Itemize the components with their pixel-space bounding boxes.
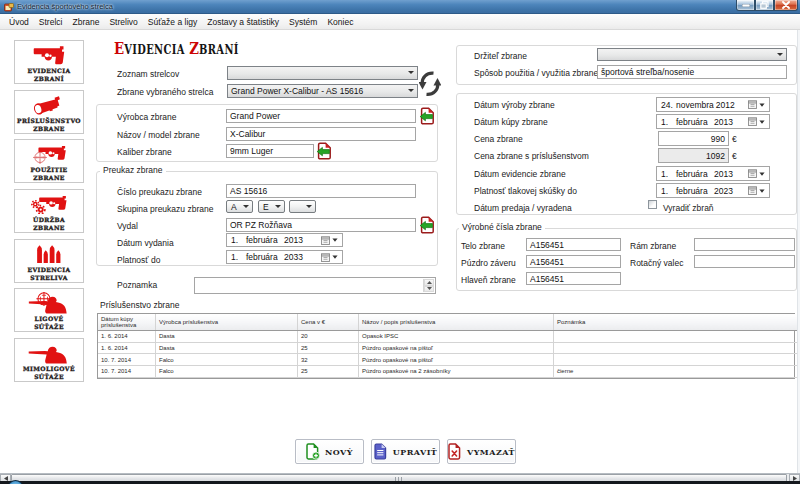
chevron-down-icon <box>777 53 783 56</box>
column-header[interactable]: Výrobca príslušenstva <box>156 314 298 331</box>
accessories-table[interactable]: Dátum kúpypríslušenstvaVýrobca príslušen… <box>97 313 795 379</box>
poznamka-input[interactable] <box>194 277 436 294</box>
table-row[interactable]: 1. 6. 2014Dasta20Opasok IPSC <box>98 331 800 343</box>
ram-input[interactable] <box>694 238 795 251</box>
close-button[interactable] <box>774 0 798 11</box>
column-header[interactable]: Názov / popis príslušenstva <box>359 314 554 331</box>
column-header[interactable]: Dátum kúpypríslušenstva <box>98 314 156 331</box>
datum-vyroby-label: Dátum výroby zbrane <box>474 100 555 110</box>
edit-button[interactable]: UPRAVIŤ <box>371 439 440 464</box>
table-cell: 10. 7. 2014 <box>98 354 156 366</box>
menu-strelci[interactable]: Strelci <box>34 16 68 28</box>
sidebar-item-label: EVIDENCIASTRELIVA <box>15 266 83 281</box>
table-cell <box>554 342 800 354</box>
datum-kupy-picker[interactable]: 1.februára2013 <box>656 114 770 129</box>
datum-vydania-picker[interactable]: 1.februára2013 <box>226 233 343 247</box>
vydal-input[interactable]: OR PZ Rožňava <box>226 218 416 232</box>
evidencia-evidencia-y-text: 2013 <box>714 169 733 179</box>
poznamka-spinner[interactable] <box>423 279 434 292</box>
minimize-button[interactable] <box>736 0 755 11</box>
column-header[interactable]: Cena v € <box>298 314 359 331</box>
menu-strelivo[interactable]: Strelivo <box>104 16 142 28</box>
buttons-delete-text: VYMAZAŤ <box>467 447 515 457</box>
selector-zbrane-value-text: Grand Power X-Calibur - AS 15616 <box>231 86 363 96</box>
preukaz-platnost-m-text: februára <box>246 252 282 262</box>
menu-uvod[interactable]: Úvod <box>4 16 34 28</box>
pistol-crosshair-icon <box>15 143 83 165</box>
cena-prisl-label: Cena zbrane s príslušenstvom <box>474 151 589 161</box>
cislo-preukazu-input[interactable]: AS 15616 <box>226 184 416 198</box>
poznamka-label: Poznamka <box>117 280 157 290</box>
new-button[interactable]: NOVÝ <box>295 439 364 464</box>
menu-koniec[interactable]: Koniec <box>322 16 358 28</box>
preukaz-skupina-values-0-text: A <box>231 202 237 212</box>
skupina-select-2[interactable]: E <box>258 200 285 213</box>
hlaven-label: Hlaveň zbrane <box>461 275 516 285</box>
vyradit-checkbox[interactable] <box>648 200 657 209</box>
heading-w1-initial-text: E <box>114 38 124 58</box>
skupina-select-1[interactable]: A <box>226 200 253 213</box>
zoznam-strelcov-select[interactable] <box>227 66 418 80</box>
datum-vyroby-picker[interactable]: 24.novembra2012 <box>656 97 770 112</box>
menu-system[interactable]: Systém <box>284 16 322 28</box>
sidebar-items-6-line1-text: MIMOLIGOVÉ <box>15 365 83 373</box>
skupina-select-3[interactable] <box>289 200 316 213</box>
evidencia-kupa-y-text: 2013 <box>714 117 733 127</box>
evidencia-kupa-m-text: februára <box>676 117 712 127</box>
accessories-title: Príslušenstvo zbrane <box>100 300 179 310</box>
telo-label: Telo zbrane <box>461 241 505 251</box>
platnost-do-label: Platnosť do <box>117 255 160 265</box>
import-icon[interactable] <box>420 216 435 234</box>
sidebar-items-5-line1-text: LIGOVÉ <box>15 315 83 323</box>
telo-input[interactable]: A156451 <box>526 238 621 251</box>
cena-input[interactable]: 990 <box>658 131 729 146</box>
kaliber-input[interactable]: 9mm Luger <box>226 144 314 158</box>
table-row[interactable]: 1. 6. 2014Dasta25Púzdro opaskové na pišt… <box>98 342 800 354</box>
sidebar-item-evidencia-streliva[interactable]: EVIDENCIASTRELIVA <box>14 239 84 283</box>
platnost-do-picker[interactable]: 1.februára2033 <box>226 250 343 264</box>
refresh-icon[interactable] <box>419 71 441 97</box>
zoznam-strelcov-label: Zoznam strelcov <box>117 69 179 79</box>
heading-w1-rest-text: VIDENCIA <box>124 42 185 57</box>
import-icon[interactable] <box>317 142 332 160</box>
calendar-icon <box>748 117 765 126</box>
menu-zbrane[interactable]: Zbrane <box>67 16 104 28</box>
column-header[interactable]: Poznámka <box>554 314 800 331</box>
app-icon <box>4 3 14 12</box>
nazov-input[interactable]: X-Calibur <box>226 127 416 141</box>
evidencia-vyroba-y-text: 2012 <box>716 100 735 110</box>
platnost-tlakovej-picker[interactable]: 1.februára2023 <box>656 183 770 198</box>
chevron-down-icon <box>306 205 312 208</box>
table-row[interactable]: 10. 7. 2014Falco25Púzdro opaskové na 2 z… <box>98 366 800 378</box>
sidebar-item-pouzitie-zbrane[interactable]: POUŽITIEZBRANE <box>14 139 84 183</box>
table-cell: Dasta <box>156 331 298 343</box>
sidebar-item-ligove-sutaze[interactable]: LIGOVÉSÚŤAŽE <box>14 288 84 332</box>
menu-sutaze-a-ligy[interactable]: Súťaže a ligy <box>143 16 203 28</box>
restore-button[interactable] <box>755 0 774 11</box>
table-row[interactable]: 10. 7. 2014Falco32Púzdro opaskové na piš… <box>98 354 800 366</box>
hlaven-input[interactable]: A156451 <box>526 272 621 285</box>
flashlight-icon <box>15 94 83 116</box>
sidebar-item-mimoligove-sutaze[interactable]: MIMOLIGOVÉSÚŤAŽE <box>14 338 84 382</box>
buttons-edit-text: UPRAVIŤ <box>393 447 438 457</box>
sidebar-item-udrzba-zbrane[interactable]: ÚDRŽBAZBRANE <box>14 189 84 233</box>
cislo-preukazu-label: Číslo preukazu zbrane <box>117 187 202 197</box>
sidebar-item-prislusenstvo-zbrane[interactable]: PRÍSLUŠENSTVOZBRANE <box>14 90 84 134</box>
zbrane-strelca-select[interactable]: Grand Power X-Calibur - AS 15616 <box>227 84 418 98</box>
buttons-new-text: NOVÝ <box>325 447 353 457</box>
datum-evidencie-picker[interactable]: 1.februára2013 <box>656 166 770 181</box>
vyrobca-input[interactable]: Grand Power <box>226 109 416 123</box>
drzitel-select[interactable] <box>597 48 787 61</box>
sposob-input[interactable]: športová streľba/nosenie <box>597 65 787 79</box>
valec-input[interactable] <box>694 255 795 268</box>
cena-prisl-currency: € <box>732 151 737 161</box>
delete-button[interactable]: VYMAZAŤ <box>447 439 516 464</box>
shooter-crosshair-icon <box>15 292 83 314</box>
menu-zostavy-a-statistiky[interactable]: Zostavy a štatistiky <box>202 16 284 28</box>
puzdro-input[interactable]: A156451 <box>526 255 621 268</box>
sidebar-items-4-line2-text: STRELIVA <box>15 274 83 282</box>
datum-predaja-label: Dátum predaja / vyradena <box>474 203 572 213</box>
import-icon[interactable] <box>420 107 435 125</box>
sidebar-items-2-line2-text: ZBRANE <box>15 174 83 182</box>
sidebar-item-evidencia-zbrani[interactable]: EVIDENCIAZBRANÍ <box>14 40 84 84</box>
